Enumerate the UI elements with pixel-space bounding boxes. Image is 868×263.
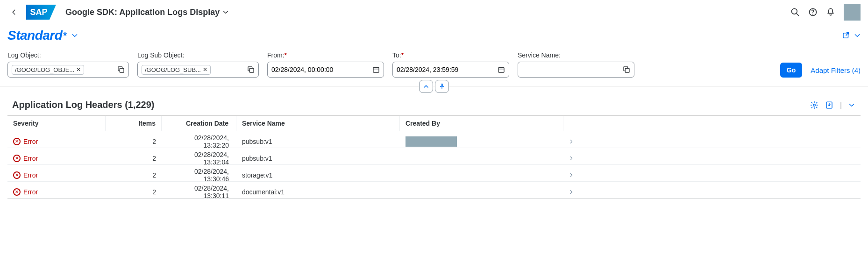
table-title: Application Log Headers (1,229) [12, 100, 155, 110]
from-text-input[interactable] [271, 66, 371, 73]
cell-items: 2 [106, 169, 162, 182]
row-nav-button[interactable] [563, 136, 582, 147]
filter-service-name-label: Service Name: [518, 51, 634, 59]
filter-from-label: From:* [267, 51, 384, 59]
app-title[interactable]: Google SDK: Application Logs Display [65, 7, 229, 17]
filter-log-sub-object: Log Sub Object: /GOOG/LOG_SUB... ✕ [137, 51, 259, 78]
calendar-icon[interactable] [497, 66, 506, 73]
value-help-icon[interactable] [116, 66, 126, 73]
row-nav-button[interactable] [563, 187, 582, 197]
log-object-input[interactable]: /GOOG/LOG_OBJE... ✕ [7, 62, 129, 78]
expand-icon[interactable] [848, 102, 855, 108]
chevron-right-icon [569, 190, 574, 194]
log-sub-object-token-text: /GOOG/LOG_SUB... [145, 66, 201, 73]
cell-creation-date: 02/28/2024, 13:30:11 [162, 182, 236, 199]
collapse-controls [419, 80, 449, 93]
token-remove-icon[interactable]: ✕ [203, 66, 207, 73]
cell-severity: ✕ Error [7, 185, 106, 199]
share-icon[interactable] [842, 31, 850, 40]
cell-service-name: pubsub:v1 [236, 135, 400, 148]
cell-severity: ✕ Error [7, 169, 106, 182]
col-header-created-by[interactable]: Created By [400, 116, 563, 131]
to-input[interactable] [392, 62, 509, 78]
back-button[interactable] [7, 6, 21, 19]
col-header-nav [563, 120, 582, 127]
calendar-icon[interactable] [371, 66, 381, 73]
table-row[interactable]: ✕ Error 2 02/28/2024, 13:30:11 documenta… [7, 182, 861, 199]
table-row[interactable]: ✕ Error 2 02/28/2024, 13:30:46 storage:v… [7, 165, 861, 182]
col-header-service-name[interactable]: Service Name [236, 116, 400, 131]
to-text-input[interactable] [397, 66, 497, 73]
table-header-actions: | [810, 101, 855, 109]
severity-text: Error [23, 171, 38, 179]
log-object-text-input[interactable] [84, 66, 116, 73]
cell-service-name: pubsub:v1 [236, 152, 400, 165]
variant-modified-marker: * [63, 30, 67, 41]
service-name-text-input[interactable] [522, 66, 622, 73]
pin-icon [439, 83, 445, 90]
log-sub-object-token[interactable]: /GOOG/LOG_SUB... ✕ [142, 65, 211, 75]
go-button[interactable]: Go [780, 63, 802, 78]
cell-created-by [400, 172, 563, 178]
share-dropdown[interactable] [854, 32, 861, 39]
log-sub-object-text-input[interactable] [211, 66, 246, 73]
cell-severity: ✕ Error [7, 135, 106, 148]
cell-created-by [400, 156, 563, 161]
chevron-right-icon [569, 139, 574, 144]
filter-actions: Go Adapt Filters (4) [780, 63, 861, 78]
log-sub-object-input[interactable]: /GOOG/LOG_SUB... ✕ [137, 62, 259, 78]
row-nav-button[interactable] [563, 153, 582, 163]
service-name-input[interactable] [518, 62, 634, 78]
svg-rect-6 [120, 68, 124, 72]
shell-right [790, 4, 861, 21]
severity-text: Error [23, 138, 38, 145]
search-icon[interactable] [790, 7, 800, 17]
gear-icon[interactable] [810, 101, 818, 109]
chevron-down-icon [71, 32, 78, 39]
chevron-left-icon [11, 9, 17, 15]
variant-name[interactable]: Standard [7, 28, 62, 43]
filter-service-name: Service Name: [518, 51, 634, 78]
help-icon[interactable] [808, 7, 818, 17]
svg-point-19 [813, 104, 816, 106]
filter-log-object-label: Log Object: [7, 51, 129, 59]
avatar[interactable] [844, 4, 861, 21]
table-head-row: Severity Items Creation Date Service Nam… [7, 115, 861, 131]
svg-rect-9 [373, 67, 379, 72]
col-header-items[interactable]: Items [106, 116, 162, 131]
cell-service-name: storage:v1 [236, 169, 400, 182]
variant-actions [842, 31, 861, 40]
cell-created-by [400, 189, 563, 195]
collapse-filter-button[interactable] [419, 80, 433, 93]
bell-icon[interactable] [826, 7, 835, 17]
redacted-block [406, 136, 457, 147]
adapt-filters-link[interactable]: Adapt Filters (4) [811, 66, 861, 74]
variant-row: Standard * [0, 24, 868, 49]
value-help-icon[interactable] [622, 66, 631, 73]
variant-dropdown[interactable] [71, 32, 78, 39]
table-row[interactable]: ✕ Error 2 02/28/2024, 13:32:04 pubsub:v1 [7, 148, 861, 165]
token-remove-icon[interactable]: ✕ [76, 66, 81, 73]
table-row[interactable]: ✕ Error 2 02/28/2024, 13:32:20 pubsub:v1 [7, 131, 861, 148]
filter-log-sub-object-label: Log Sub Object: [137, 51, 259, 59]
cell-service-name: documentai:v1 [236, 185, 400, 199]
log-object-token[interactable]: /GOOG/LOG_OBJE... ✕ [12, 65, 84, 75]
pin-filter-button[interactable] [435, 80, 449, 93]
col-header-creation-date[interactable]: Creation Date [162, 116, 236, 131]
cell-items: 2 [106, 152, 162, 165]
svg-point-3 [812, 14, 813, 14]
col-header-severity[interactable]: Severity [7, 116, 106, 131]
table-section: Application Log Headers (1,229) | Severi… [0, 86, 868, 199]
error-icon: ✕ [13, 155, 21, 162]
shell-left: SAP Google SDK: Application Logs Display [7, 5, 229, 20]
error-icon: ✕ [13, 171, 21, 179]
filter-log-object: Log Object: /GOOG/LOG_OBJE... ✕ [7, 51, 129, 78]
log-object-token-text: /GOOG/LOG_OBJE... [15, 66, 74, 73]
row-nav-button[interactable] [563, 170, 582, 180]
cell-items: 2 [106, 135, 162, 148]
export-icon[interactable] [825, 101, 833, 109]
value-help-icon[interactable] [246, 66, 256, 73]
svg-line-1 [797, 14, 799, 16]
app-title-text: Google SDK: Application Logs Display [65, 7, 220, 17]
from-input[interactable] [267, 62, 384, 78]
